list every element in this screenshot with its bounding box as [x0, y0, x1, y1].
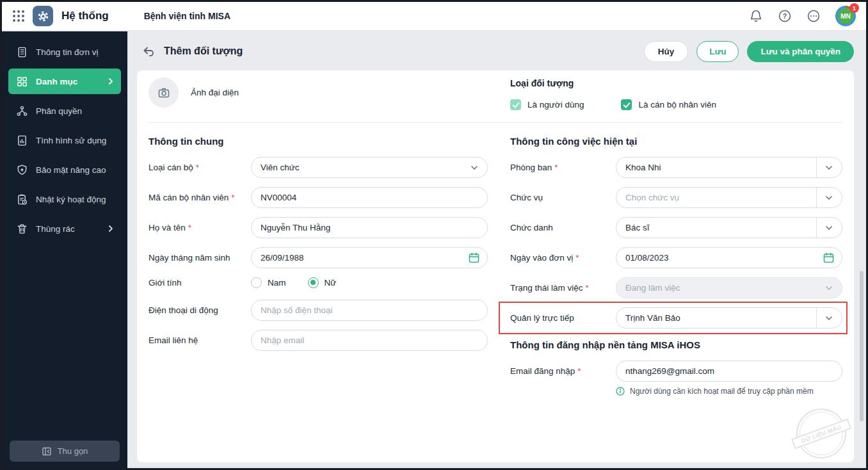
help-icon[interactable]: ?	[778, 9, 792, 23]
select-placeholder: Chọn chức vụ	[625, 193, 679, 202]
page-title: Thêm đối tượng	[164, 45, 243, 57]
radio-unselected-icon	[251, 277, 262, 288]
bell-icon[interactable]	[749, 9, 763, 23]
chevron-down-icon	[824, 193, 833, 202]
radio-label: Nam	[268, 278, 286, 288]
section-title-work: Thông tin công việc hiện tại	[510, 136, 842, 147]
sidebar-item-trash[interactable]: Thùng rác	[8, 216, 121, 241]
direct-manager-row-highlighted: Quản lý trực tiếp Trịnh Văn Bảo	[510, 307, 842, 328]
sidebar-item-security[interactable]: Bảo mật nâng cao	[8, 157, 121, 182]
avatar-upload-button[interactable]	[149, 77, 179, 108]
sidebar-item-permissions[interactable]: Phân quyền	[8, 98, 121, 124]
staff-type-select[interactable]: Viên chức	[251, 157, 488, 178]
activation-note-text: Người dùng cần kích hoạt mail để truy cậ…	[630, 387, 814, 396]
object-type-title: Loại đối tượng	[510, 78, 716, 88]
job-title-select[interactable]: Bác sĩ	[616, 217, 842, 238]
user-avatar[interactable]: MN 1	[835, 6, 856, 26]
sidebar-item-label: Thùng rác	[36, 224, 75, 234]
usage-report-icon	[16, 134, 28, 147]
field-label: Ngày vào đơn vị*	[510, 253, 616, 263]
select-value: Viên chức	[261, 163, 300, 172]
checkbox-checked-disabled-icon	[510, 99, 521, 110]
radio-selected-icon	[308, 277, 319, 288]
activation-note: Người dùng cần kích hoạt mail để truy cậ…	[616, 387, 842, 396]
field-label: Họ và tên*	[149, 223, 251, 232]
select-value: Khoa Nhi	[625, 163, 661, 172]
app-window: Hệ thống Bệnh viện tỉnh MISA ? MN 1	[0, 0, 868, 470]
field-label: Mã cán bộ nhân viên*	[149, 193, 251, 202]
collapse-sidebar-button[interactable]: Thu gọn	[10, 441, 120, 462]
page-header: Thêm đối tượng Hủy Lưu Lưu và phân quyền	[127, 31, 866, 71]
full-name-input[interactable]	[251, 217, 488, 238]
cancel-button[interactable]: Hủy	[644, 41, 689, 62]
field-label: Ngày tháng năm sinh	[149, 253, 251, 263]
radio-male[interactable]: Nam	[251, 277, 286, 288]
staff-code-input[interactable]	[251, 187, 488, 208]
chevron-down-icon	[824, 314, 833, 323]
field-label: Loại cán bộ*	[149, 163, 251, 172]
sidebar-item-usage[interactable]: Tình hình sử dụng	[8, 127, 121, 153]
field-label: Điện thoại di động	[149, 305, 251, 315]
sidebar-item-unit-info[interactable]: Thông tin đơn vị	[8, 39, 121, 65]
shield-icon	[16, 164, 28, 176]
radio-female[interactable]: Nữ	[308, 277, 337, 288]
save-button[interactable]: Lưu	[696, 41, 739, 62]
collapse-icon	[42, 446, 52, 457]
chevron-down-icon	[824, 223, 833, 232]
hierarchy-icon	[16, 105, 28, 117]
system-app-icon[interactable]	[33, 6, 53, 26]
sidebar-item-label: Thông tin đơn vị	[36, 47, 98, 57]
building-icon	[16, 46, 28, 58]
checkbox-label: Là cán bộ nhân viên	[638, 100, 716, 109]
notification-badge: 1	[849, 3, 859, 13]
checkbox-label: Là người dùng	[527, 100, 584, 109]
select-value: Trịnh Văn Bảo	[625, 313, 680, 323]
field-label: Chức vụ	[510, 193, 616, 202]
birth-date-input[interactable]	[251, 247, 488, 268]
phone-input[interactable]	[251, 300, 488, 321]
radio-label: Nữ	[325, 278, 337, 288]
field-label: Email đăng nhập*	[510, 366, 616, 376]
sidebar-item-label: Bảo mật nâng cao	[36, 165, 106, 175]
checkbox-is-staff[interactable]: Là cán bộ nhân viên	[621, 99, 716, 110]
section-title-login: Thông tin đăng nhập nền tảng MISA iHOS	[510, 339, 842, 350]
sidebar-item-activity-log[interactable]: Nhật ký hoạt động	[8, 186, 121, 212]
chevron-down-icon	[824, 163, 833, 172]
app-launcher-icon[interactable]	[13, 10, 24, 22]
department-select[interactable]: Khoa Nhi	[616, 157, 842, 178]
svg-text:?: ?	[783, 12, 787, 20]
sample-data-watermark: DỮ LIỆU MẪU	[789, 401, 853, 466]
avatar-label: Ảnh đại diện	[191, 88, 239, 97]
organization-name[interactable]: Bệnh viện tỉnh MISA	[144, 11, 230, 21]
chevron-right-icon	[107, 77, 115, 85]
checkbox-is-user[interactable]: Là người dùng	[510, 99, 584, 110]
info-icon	[616, 387, 625, 396]
join-date-input[interactable]	[616, 247, 842, 268]
field-label: Quản lý trực tiếp	[510, 313, 616, 323]
contact-email-input[interactable]	[251, 330, 488, 351]
login-email-input[interactable]	[616, 361, 842, 382]
topbar-actions: ? MN 1	[749, 6, 866, 26]
gear-icon	[37, 10, 49, 22]
sidebar-item-categories[interactable]: Danh mục	[8, 69, 121, 94]
topbar: Hệ thống Bệnh viện tỉnh MISA ? MN 1	[2, 2, 866, 31]
sidebar: Thông tin đơn vị Danh mục Phân quyền	[2, 31, 127, 468]
general-info-section: Thông tin chung Loại cán bộ* Viên chức M…	[149, 136, 488, 396]
chevron-down-icon	[824, 284, 833, 293]
page-scrollbar[interactable]	[860, 271, 864, 421]
select-value: Đang làm việc	[625, 283, 680, 293]
app-title: Hệ thống	[61, 10, 109, 22]
more-options-icon[interactable]	[807, 9, 821, 23]
position-select[interactable]: Chọn chức vụ	[616, 187, 842, 208]
category-grid-icon	[16, 76, 28, 88]
header-actions: Hủy Lưu Lưu và phân quyền	[644, 41, 854, 62]
work-info-section: Thông tin công việc hiện tại Phòng ban* …	[510, 136, 842, 396]
section-title-general: Thông tin chung	[149, 136, 488, 147]
field-label: Email liên hệ	[149, 336, 251, 345]
back-arrow-icon[interactable]	[141, 44, 156, 58]
clipboard-clock-icon	[16, 193, 28, 206]
direct-manager-select[interactable]: Trịnh Văn Bảo	[616, 307, 842, 328]
save-and-assign-button[interactable]: Lưu và phân quyền	[747, 41, 854, 62]
watermark-text: DỮ LIỆU MẪU	[791, 418, 851, 449]
select-value: Bác sĩ	[625, 223, 650, 232]
